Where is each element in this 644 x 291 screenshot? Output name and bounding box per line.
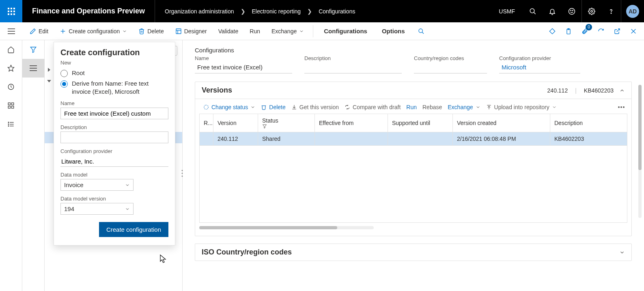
attachments-button[interactable]: 0 [577,24,592,39]
delete-version-button[interactable]: Delete [261,104,285,110]
create-configuration-submit[interactable]: Create configuration [99,222,168,237]
col-version[interactable]: Version [213,114,258,132]
field-value[interactable]: Free text invoice (Excel) [195,62,292,73]
radio-derive-row[interactable]: Derive from Name: Free text invoice (Exc… [60,80,168,95]
col-supported[interactable]: Supported until [388,114,453,132]
validate-button[interactable]: Validate [214,22,243,40]
provider-link[interactable]: Microsoft [502,64,526,71]
clipboard-button[interactable] [561,24,576,39]
breadcrumb-level-2[interactable]: Configurations [319,8,355,15]
nav-home[interactable] [0,40,22,59]
svg-point-54 [204,105,209,110]
exchange-button[interactable]: Exchange [267,22,308,40]
breadcrumb-level-1[interactable]: Electronic reporting [252,8,301,15]
get-version-button[interactable]: Get this version [291,104,339,110]
col-label: Effective from [319,120,353,126]
cell-desc[interactable]: KB4602203 [550,132,627,146]
popout-button[interactable] [610,24,625,39]
exchange-version-button[interactable]: Exchange [448,104,480,110]
scrollbar-thumb[interactable] [638,85,642,170]
compare-button[interactable]: Compare with draft [345,104,401,110]
avatar[interactable]: AD [626,5,639,18]
svg-marker-26 [549,28,555,34]
gear-icon [588,8,595,15]
field-value[interactable] [304,62,402,73]
model-version-select[interactable]: 194 [60,203,134,215]
table-row[interactable]: 240.112 Shared 2/16/2021 06:08:48 PM KB4… [200,132,627,146]
col-r[interactable]: R... [200,114,213,132]
run-version-button[interactable]: Run [406,104,417,110]
run-button[interactable]: Run [246,22,264,40]
iso-header[interactable]: ISO Country/region codes [195,244,631,261]
cell-status[interactable]: Shared [258,132,315,146]
header-fields: Name Free text invoice (Excel) Descripti… [195,55,632,73]
description-input[interactable] [60,131,168,143]
more-actions-button[interactable] [618,106,627,108]
filter-icon[interactable] [262,124,310,129]
nav-modules[interactable] [0,115,22,134]
radio-root[interactable] [60,70,68,77]
nav-workspaces[interactable] [0,96,22,115]
tab-label: Configurations [324,28,367,34]
svg-point-9 [530,9,534,13]
nav-favorites[interactable] [0,59,22,78]
settings-button[interactable] [582,0,601,22]
rebase-button[interactable]: Rebase [422,104,442,110]
col-desc[interactable]: Description [550,114,627,132]
field-value[interactable]: Microsoft [499,62,580,73]
cell-created[interactable]: 2/16/2021 06:08:48 PM [453,132,550,146]
create-configuration-button[interactable]: Create configuration [56,22,131,40]
cell-version[interactable]: 240.112 [213,132,258,146]
tree-expand-arrow[interactable] [47,79,51,83]
designer-button[interactable]: Designer [171,22,211,40]
tab-options[interactable]: Options [376,22,411,40]
main-scrollbar[interactable] [638,85,642,218]
close-button[interactable] [626,24,641,39]
field-value[interactable] [414,62,487,73]
radio-derive[interactable] [60,80,68,88]
tab-configurations[interactable]: Configurations [318,22,373,40]
search-button[interactable] [523,0,543,22]
model-select[interactable]: Invoice [60,179,134,191]
change-status-button[interactable]: Change status [203,104,255,110]
legal-entity-picker[interactable]: USMF [491,0,523,22]
refresh-button[interactable] [594,24,608,39]
separator [313,25,313,37]
radio-root-row[interactable]: Root [60,69,168,77]
breadcrumb-level-0[interactable]: Organization administration [165,8,234,15]
collapse-button[interactable] [619,88,625,93]
app-launcher[interactable] [0,0,22,22]
cell-supported[interactable] [388,132,453,146]
col-status[interactable]: Status [258,114,315,132]
upload-button[interactable]: Upload into repository [486,104,557,110]
hscroll-thumb[interactable] [199,226,337,229]
table-hscroll[interactable] [199,226,627,230]
feedback-button[interactable] [562,0,582,22]
diamond-button[interactable] [545,24,560,39]
clipboard-icon [565,28,572,34]
model-version-label: Data model version [60,196,168,202]
nav-recent[interactable] [0,78,22,96]
versions-header[interactable]: Versions 240.112 | KB4602203 [195,82,631,99]
col-effective[interactable]: Effective from [315,114,388,132]
expand-button[interactable] [619,250,625,255]
tree-expand-arrow[interactable] [47,68,51,72]
label: Exchange [448,104,473,110]
edit-button[interactable]: Edit [26,22,52,40]
tab-label: Options [382,28,405,34]
delete-button[interactable]: Delete [134,22,168,40]
col-label: Description [554,120,583,126]
help-button[interactable] [601,0,621,22]
cell-effective[interactable] [315,132,388,146]
notifications-button[interactable] [543,0,562,22]
cell-r[interactable] [200,132,213,146]
chevron-down-icon [125,207,130,211]
left-nav [0,40,22,291]
trash-icon [261,104,267,110]
col-created[interactable]: Version created [453,114,550,132]
hamburger-button[interactable] [8,28,15,34]
lines-view-button[interactable] [22,59,45,78]
filter-pane-button[interactable] [22,40,45,59]
search-page-button[interactable] [414,24,429,39]
name-input[interactable] [60,108,168,119]
